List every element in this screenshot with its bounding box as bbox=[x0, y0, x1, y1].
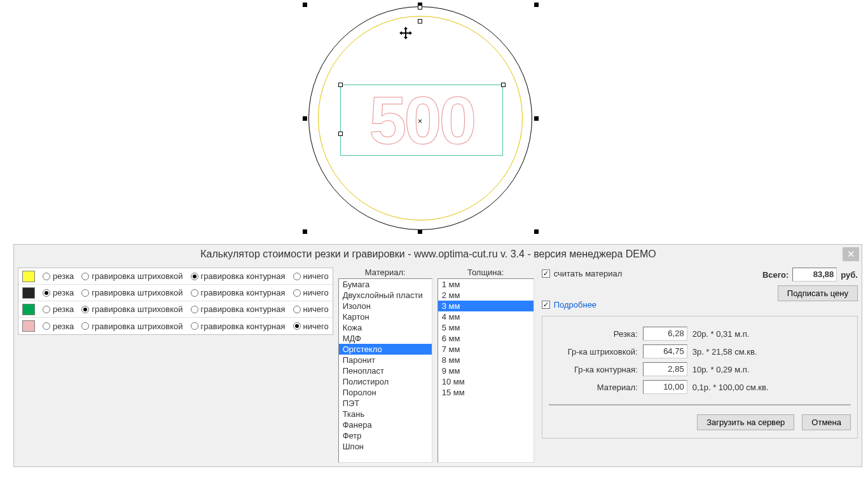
operation-radio-grav_kont[interactable]: гравировка контурная bbox=[187, 304, 289, 314]
material-item[interactable]: Двухслойный пласти bbox=[339, 290, 432, 301]
design-canvas[interactable]: 500 × bbox=[0, 0, 868, 242]
detail-shtr-value[interactable]: 64,75 bbox=[643, 344, 687, 358]
color-swatch bbox=[22, 271, 35, 282]
close-button[interactable]: ✕ bbox=[843, 247, 859, 261]
radio-icon bbox=[191, 322, 198, 330]
total-value-field[interactable]: 83,88 bbox=[792, 268, 837, 282]
detail-rezka-value[interactable]: 6,28 bbox=[643, 327, 687, 341]
thickness-item[interactable]: 2 мм bbox=[438, 290, 534, 301]
radio-label: гравировка контурная bbox=[201, 322, 286, 331]
node-handle[interactable] bbox=[418, 19, 422, 24]
material-item[interactable]: Кожа bbox=[339, 322, 432, 333]
operation-radio-grav_shtr[interactable]: гравировка штриховкой bbox=[78, 304, 186, 314]
material-item[interactable]: Картон bbox=[339, 311, 432, 322]
operation-radio-rezka[interactable]: резка bbox=[39, 271, 78, 281]
selection-handle[interactable] bbox=[418, 229, 422, 234]
detail-material-desc: 0,1р. * 100,00 см.кв. bbox=[692, 383, 769, 392]
thickness-item[interactable]: 4 мм bbox=[438, 311, 534, 322]
material-item[interactable]: Изолон bbox=[339, 301, 432, 311]
operation-radio-rezka[interactable]: резка bbox=[39, 304, 78, 314]
operation-radio-grav_shtr[interactable]: гравировка штриховкой bbox=[78, 322, 186, 331]
material-header: Материал: bbox=[365, 268, 406, 277]
cancel-button[interactable]: Отмена bbox=[802, 414, 851, 430]
radio-label: ничего bbox=[303, 322, 329, 331]
radio-label: ничего bbox=[303, 288, 329, 297]
selection-handle[interactable] bbox=[534, 116, 539, 121]
total-label: Всего: bbox=[762, 270, 789, 280]
material-item[interactable]: ПЭТ bbox=[339, 398, 432, 409]
material-item[interactable]: Бумага bbox=[339, 279, 432, 290]
color-swatch bbox=[22, 320, 35, 332]
radio-label: ничего bbox=[303, 304, 329, 314]
sign-price-button[interactable]: Подписать цену bbox=[778, 285, 858, 301]
dialog-titlebar[interactable]: Калькулятор стоимости резки и гравировки… bbox=[14, 245, 862, 264]
node-handle[interactable] bbox=[501, 83, 506, 87]
detail-material-value[interactable]: 10,00 bbox=[643, 380, 687, 394]
detail-kont-desc: 10р. * 0,29 м.п. bbox=[692, 365, 750, 374]
thickness-item[interactable]: 1 мм bbox=[438, 279, 534, 290]
selection-handle[interactable] bbox=[303, 3, 307, 7]
node-handle[interactable] bbox=[338, 132, 343, 136]
operation-radio-rezka[interactable]: резка bbox=[39, 288, 78, 297]
radio-icon bbox=[43, 306, 50, 313]
detail-shtr-desc: 3р. * 21,58 см.кв. bbox=[692, 347, 757, 357]
thickness-item[interactable]: 7 мм bbox=[438, 344, 534, 355]
slider[interactable] bbox=[549, 404, 851, 405]
material-item[interactable]: Ткань bbox=[339, 409, 432, 419]
radio-icon bbox=[43, 322, 50, 330]
radio-label: ничего bbox=[303, 271, 329, 281]
thickness-item[interactable]: 15 мм bbox=[438, 387, 534, 398]
material-item[interactable]: МДФ bbox=[339, 333, 432, 344]
material-listbox[interactable]: БумагаДвухслойный пластиИзолонКартонКожа… bbox=[338, 278, 432, 463]
selection-handle[interactable] bbox=[303, 116, 307, 121]
node-handle[interactable] bbox=[338, 83, 343, 87]
thickness-listbox[interactable]: 1 мм2 мм3 мм4 мм5 мм6 мм7 мм8 мм9 мм10 м… bbox=[437, 278, 534, 463]
operation-radio-grav_kont[interactable]: гравировка контурная bbox=[187, 288, 289, 297]
total-unit: руб. bbox=[841, 270, 858, 280]
center-marker-icon: × bbox=[418, 117, 422, 126]
operation-radio-grav_kont[interactable]: гравировка контурная bbox=[187, 322, 289, 331]
operation-radio-grav_kont[interactable]: гравировка контурная bbox=[187, 271, 289, 281]
material-item[interactable]: Паронит bbox=[339, 355, 432, 365]
thickness-item[interactable]: 8 мм bbox=[438, 355, 534, 365]
operation-radio-grav_shtr[interactable]: гравировка штриховкой bbox=[78, 271, 186, 281]
radio-icon bbox=[293, 306, 301, 313]
radio-icon bbox=[191, 273, 198, 280]
more-details-checkbox[interactable]: Подробнее bbox=[542, 300, 762, 310]
checkbox-icon bbox=[542, 301, 550, 309]
operation-radio-rezka[interactable]: резка bbox=[39, 322, 78, 331]
thickness-item[interactable]: 5 мм bbox=[438, 322, 534, 333]
detail-shtr-label: Гр-ка штриховкой: bbox=[549, 347, 638, 357]
radio-label: резка bbox=[53, 322, 74, 331]
operation-radio-nichego[interactable]: ничего bbox=[289, 304, 333, 314]
selection-handle[interactable] bbox=[303, 229, 307, 234]
detail-rezka-label: Резка: bbox=[549, 329, 638, 339]
detail-kont-value[interactable]: 2,85 bbox=[643, 362, 687, 376]
material-item[interactable]: Фанера bbox=[339, 419, 432, 430]
selection-handle[interactable] bbox=[534, 229, 539, 234]
material-item[interactable]: Шпон bbox=[339, 441, 432, 452]
material-item[interactable]: Оргстекло bbox=[339, 344, 432, 355]
radio-icon bbox=[81, 306, 89, 313]
thickness-item[interactable]: 6 мм bbox=[438, 333, 534, 344]
thickness-item[interactable]: 9 мм bbox=[438, 365, 534, 376]
material-item[interactable]: Фетр bbox=[339, 430, 432, 441]
material-item[interactable]: Пенопласт bbox=[339, 365, 432, 376]
operation-radio-nichego[interactable]: ничего bbox=[289, 271, 333, 281]
count-material-checkbox[interactable]: считать материал bbox=[542, 269, 762, 278]
color-row: резкагравировка штриховкойгравировка кон… bbox=[18, 318, 333, 334]
operation-radio-nichego[interactable]: ничего bbox=[289, 322, 333, 331]
material-item[interactable]: Поролон bbox=[339, 387, 432, 398]
radio-icon bbox=[191, 289, 198, 297]
operation-radio-grav_shtr[interactable]: гравировка штриховкой bbox=[78, 288, 186, 297]
radio-label: резка bbox=[53, 288, 74, 297]
selection-handle[interactable] bbox=[534, 3, 539, 7]
detail-rezka-desc: 20р. * 0,31 м.п. bbox=[692, 329, 750, 339]
radio-label: гравировка штриховкой bbox=[92, 271, 183, 281]
operation-radio-nichego[interactable]: ничего bbox=[289, 288, 333, 297]
thickness-item[interactable]: 3 мм bbox=[438, 301, 534, 311]
material-item[interactable]: Полистирол bbox=[339, 376, 432, 387]
thickness-item[interactable]: 10 мм bbox=[438, 376, 534, 387]
node-handle[interactable] bbox=[418, 5, 422, 10]
upload-button[interactable]: Загрузить на сервер bbox=[697, 414, 794, 430]
